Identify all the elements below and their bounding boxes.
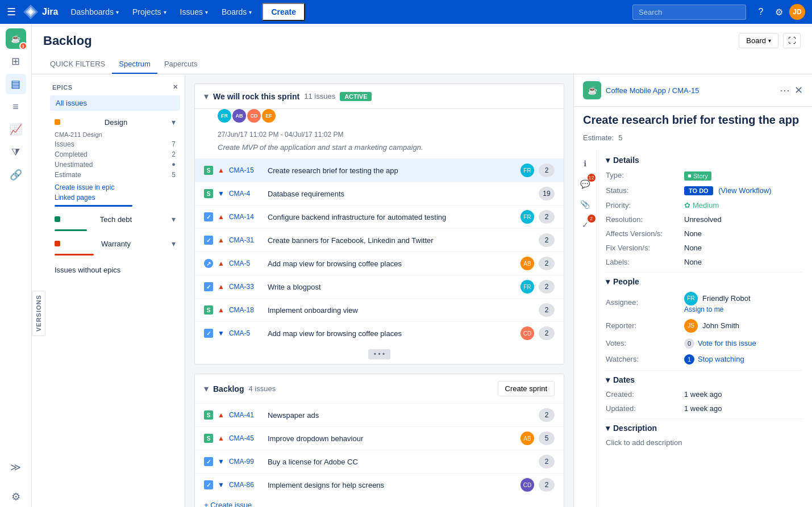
dates-section-header[interactable]: ▾ Dates bbox=[606, 375, 803, 384]
left-icon-link[interactable]: 🔗 bbox=[6, 165, 26, 185]
issue-type-icon: S bbox=[204, 166, 213, 175]
epic-toggle-warranty[interactable]: ▾ bbox=[172, 239, 176, 248]
page-tabs: QUICK FILTERS Spectrum Papercuts bbox=[43, 55, 801, 74]
issue-key[interactable]: CMA-45 bbox=[229, 434, 263, 442]
epic-item-warranty[interactable]: Warranty ▾ bbox=[50, 236, 180, 255]
tab-quick-filters[interactable]: QUICK FILTERS bbox=[43, 55, 112, 74]
nav-dashboards[interactable]: Dashboards ▾ bbox=[65, 4, 124, 20]
table-row[interactable]: S ▲ CMA-18 Implement onboarding view 2 bbox=[195, 298, 564, 321]
epic-name-design: Design bbox=[105, 118, 127, 127]
table-row[interactable]: ✓ ▼ CMA-86 Implement designs for help sc… bbox=[195, 473, 564, 496]
project-icon[interactable]: ☕ 3 bbox=[6, 28, 26, 49]
nav-issues[interactable]: Issues ▾ bbox=[174, 4, 214, 20]
create-issue-link[interactable]: + Create issue bbox=[195, 496, 564, 507]
settings-icon[interactable]: ⚙ bbox=[771, 4, 787, 20]
issue-key[interactable]: CMA-99 bbox=[229, 458, 263, 466]
epic-item-design[interactable]: Design ▾ CMA-211 Design Issues7 Complete… bbox=[50, 114, 180, 207]
left-icon-home[interactable]: ⊞ bbox=[6, 51, 26, 72]
table-row[interactable]: ✓ ▼ CMA-99 Buy a license for Adobe CC 2 bbox=[195, 450, 564, 473]
people-section-header[interactable]: ▾ People bbox=[606, 277, 803, 286]
page-header: Backlog Board ▾ ⛶ QUICK FILTERS Spectrum… bbox=[32, 24, 812, 74]
panel-estimate: Estimate: 5 bbox=[574, 131, 812, 149]
watch-link[interactable]: Stop watching bbox=[698, 355, 744, 363]
issues-without-epics[interactable]: Issues without epics bbox=[50, 260, 180, 280]
issue-key[interactable]: CMA-41 bbox=[229, 411, 263, 419]
issue-key[interactable]: CMA-31 bbox=[229, 236, 263, 244]
issue-points: 2 bbox=[539, 210, 555, 224]
nav-projects[interactable]: Projects ▾ bbox=[127, 4, 172, 20]
assign-to-me-link[interactable]: Assign to me bbox=[684, 305, 803, 313]
epic-toggle-tech[interactable]: ▾ bbox=[172, 215, 176, 224]
expand-dots[interactable]: • • • bbox=[368, 349, 390, 359]
priority-icon: ▲ bbox=[218, 411, 224, 419]
issue-key[interactable]: CMA-86 bbox=[229, 481, 263, 489]
table-row[interactable]: S ▲ CMA-15 Create research brief for tes… bbox=[195, 158, 564, 182]
table-row[interactable]: ✓ ▲ CMA-14 Configure backend infrastruct… bbox=[195, 205, 564, 228]
table-row[interactable]: S ▲ CMA-45 Improve dropdown behaviour AB… bbox=[195, 426, 564, 450]
left-icon-chart[interactable]: 📈 bbox=[6, 119, 26, 140]
tab-spectrum[interactable]: Spectrum bbox=[112, 55, 157, 74]
issue-summary: Database requirements bbox=[268, 190, 534, 198]
search-input[interactable] bbox=[632, 5, 746, 20]
hamburger-icon[interactable]: ☰ bbox=[7, 6, 16, 18]
create-sprint-button[interactable]: Create sprint bbox=[498, 381, 555, 396]
table-row[interactable]: ✓ ▲ CMA-33 Write a blogpost FR 2 bbox=[195, 275, 564, 298]
nav-boards[interactable]: Boards ▾ bbox=[216, 4, 257, 20]
breadcrumb-project[interactable]: Coffee Mobile App bbox=[606, 86, 666, 95]
epic-toggle-design[interactable]: ▾ bbox=[172, 118, 176, 127]
estimate-value[interactable]: 5 bbox=[618, 133, 622, 142]
comment-icon[interactable]: 💬 12 bbox=[577, 176, 593, 192]
people-section-label: People bbox=[613, 277, 639, 286]
issue-key[interactable]: CMA-5 bbox=[229, 329, 263, 337]
vote-link[interactable]: Vote for this issue bbox=[698, 339, 756, 347]
sprint-collapse-icon[interactable] bbox=[204, 91, 209, 102]
details-section-header[interactable]: ▾ Details bbox=[606, 156, 803, 165]
jira-logo[interactable]: Jira bbox=[23, 4, 58, 20]
backlog-collapse-icon[interactable] bbox=[204, 383, 209, 394]
description-placeholder[interactable]: Click to add description bbox=[606, 438, 803, 447]
breadcrumb-issue-key[interactable]: CMA-15 bbox=[672, 86, 699, 95]
issue-key[interactable]: CMA-33 bbox=[229, 283, 263, 291]
more-options-icon[interactable]: ⋯ bbox=[780, 84, 790, 97]
issue-key[interactable]: CMA-18 bbox=[229, 306, 263, 314]
table-row[interactable]: S ▼ CMA-4 Database requirements 19 bbox=[195, 182, 564, 205]
detail-row-priority: Priority: ✿ Medium bbox=[606, 201, 803, 209]
epic-item-tech-debt[interactable]: Tech debt ▾ bbox=[50, 211, 180, 231]
issue-key[interactable]: CMA-15 bbox=[229, 166, 263, 174]
assignee-name: Friendly Robot bbox=[702, 294, 751, 303]
table-row[interactable]: ✓ ▲ CMA-31 Create banners for Facebook, … bbox=[195, 228, 564, 252]
epics-close-icon[interactable]: ✕ bbox=[173, 83, 178, 91]
create-button[interactable]: Create bbox=[262, 3, 305, 21]
all-issues-item[interactable]: All issues bbox=[50, 95, 180, 111]
help-icon[interactable]: ? bbox=[753, 4, 769, 20]
created-value: 1 week ago bbox=[684, 390, 803, 399]
tab-papercuts[interactable]: Papercuts bbox=[157, 55, 205, 74]
issue-key[interactable]: CMA-5 bbox=[229, 259, 263, 267]
fullscreen-button[interactable]: ⛶ bbox=[783, 33, 801, 48]
left-icon-filter[interactable]: ⧩ bbox=[6, 142, 26, 162]
board-button[interactable]: Board ▾ bbox=[739, 33, 778, 48]
left-icon-list[interactable]: ≡ bbox=[6, 97, 26, 117]
linked-pages-link[interactable]: Linked pages bbox=[50, 192, 180, 203]
description-section-header[interactable]: ▾ Description bbox=[606, 424, 803, 433]
create-issue-in-epic-link[interactable]: Create issue in epic bbox=[50, 182, 180, 192]
left-icon-settings[interactable]: ⚙ bbox=[6, 487, 26, 507]
checklist-icon[interactable]: ✓ 2 bbox=[577, 217, 593, 233]
versions-tab[interactable]: VERSIONS bbox=[32, 291, 45, 336]
user-avatar[interactable]: JD bbox=[789, 4, 805, 20]
info-icon[interactable]: ℹ bbox=[577, 156, 593, 171]
table-row[interactable]: S ▲ CMA-41 Newspaper ads 2 bbox=[195, 403, 564, 426]
view-workflow-link[interactable]: (View Workflow) bbox=[718, 186, 771, 195]
sprint-avatar-3: CD bbox=[247, 109, 261, 123]
table-row[interactable]: ↗ ▲ CMA-5 Add map view for browsing coff… bbox=[195, 252, 564, 275]
status-badge[interactable]: TO DO bbox=[684, 186, 713, 195]
close-panel-icon[interactable]: ✕ bbox=[794, 84, 803, 97]
left-icon-board[interactable]: ▤ bbox=[6, 74, 26, 94]
left-icon-expand[interactable]: ≫ bbox=[6, 457, 26, 477]
table-row[interactable]: ✓ ▼ CMA-5 Add map view for browsing coff… bbox=[195, 321, 564, 345]
attachment-icon[interactable]: 📎 bbox=[577, 196, 593, 212]
issue-key[interactable]: CMA-14 bbox=[229, 213, 263, 221]
issue-key[interactable]: CMA-4 bbox=[229, 190, 263, 198]
priority-icon: ▲ bbox=[218, 259, 224, 267]
issue-avatar: FR bbox=[520, 210, 534, 224]
